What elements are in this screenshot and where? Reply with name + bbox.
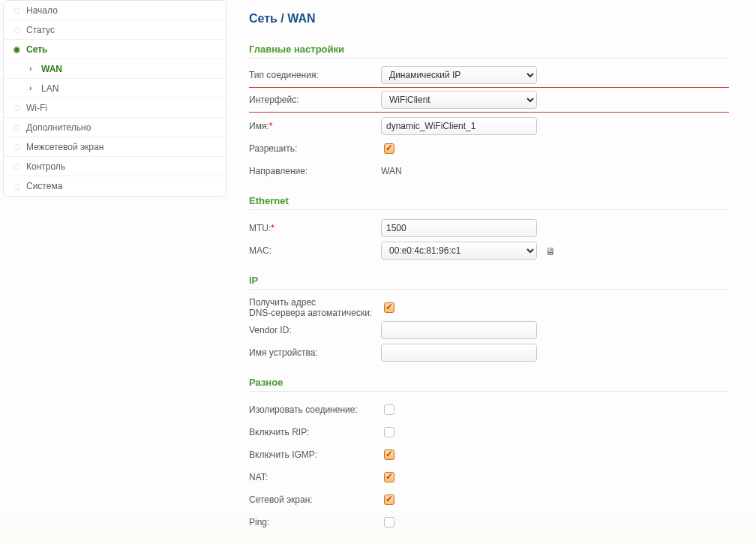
sidebar-item-label: Контроль: [26, 161, 65, 172]
label-isolate: Изолировать соединение:: [249, 404, 381, 415]
bullet-icon: ◌: [13, 182, 20, 190]
label-dns-auto: Получить адрес DNS-сервера автоматически…: [249, 297, 381, 318]
bullet-icon: ◌: [13, 104, 20, 112]
label-rip: Включить RIP:: [249, 427, 381, 437]
label-ping: Ping:: [249, 517, 381, 527]
section-title-main: Главные настройки: [249, 44, 729, 59]
sidebar-item-label: Дополнительно: [26, 122, 91, 133]
bullet-icon: ◌: [13, 26, 20, 34]
label-allow: Разрешить:: [249, 143, 381, 154]
sidebar-item-label: LAN: [41, 83, 58, 94]
row-rip: Включить RIP:: [249, 422, 729, 443]
chevron-right-icon: ›: [29, 84, 37, 92]
row-ping: Ping:: [249, 512, 729, 533]
breadcrumb-part: WAN: [287, 12, 315, 25]
sidebar-item-home[interactable]: ◌ Начало: [4, 1, 226, 20]
row-direction: Направление: WAN: [249, 161, 729, 182]
label-nat: NAT:: [249, 472, 381, 482]
row-interface: Интерфейс: WiFiClient: [249, 91, 729, 113]
sidebar-item-advanced[interactable]: ◌ Дополнительно: [4, 118, 226, 137]
row-nat: NAT:: [249, 467, 729, 488]
checkbox-ping[interactable]: [384, 517, 394, 527]
bullet-icon: ◌: [13, 7, 20, 14]
bullet-icon: ◌: [13, 143, 20, 151]
bullet-icon: ◌: [13, 124, 20, 131]
label-interface: Интерфейс:: [249, 95, 381, 105]
row-name: Имя:*: [249, 116, 729, 137]
select-interface[interactable]: WiFiClient: [381, 91, 537, 109]
row-dns-auto: Получить адрес DNS-сервера автоматически…: [249, 297, 729, 318]
label-firewall: Сетевой экран:: [249, 494, 381, 505]
checkbox-isolate[interactable]: [384, 404, 394, 415]
clone-mac-icon[interactable]: 🖥: [545, 245, 556, 257]
label-name: Имя:*: [249, 121, 381, 131]
input-vendor-id[interactable]: [381, 321, 537, 339]
value-direction: WAN: [381, 166, 729, 176]
checkbox-nat[interactable]: [384, 472, 394, 482]
sidebar-subitem-wan[interactable]: › WAN: [4, 59, 226, 79]
sidebar-item-control[interactable]: ◌ Контроль: [4, 157, 226, 176]
input-name[interactable]: [381, 117, 537, 135]
sidebar-item-label: Начало: [26, 5, 58, 16]
row-vendor-id: Vendor ID:: [249, 320, 729, 341]
section-title-misc: Разное: [249, 377, 729, 392]
label-mac: MAC:: [249, 245, 381, 256]
label-direction: Направление:: [249, 166, 381, 176]
input-host-name[interactable]: [381, 344, 537, 362]
section-title-ip: IP: [249, 275, 729, 290]
main-content: Сеть / WAN Главные настройки Тип соедине…: [226, 0, 752, 544]
sidebar-item-network[interactable]: ◉ Сеть: [4, 40, 226, 59]
sidebar-item-status[interactable]: ◌ Статус: [4, 20, 226, 40]
label-igmp: Включить IGMP:: [249, 449, 381, 460]
sidebar-item-system[interactable]: ◌ Система: [4, 176, 226, 196]
input-mtu[interactable]: [381, 219, 537, 237]
sidebar-item-label: WAN: [41, 64, 62, 74]
row-isolate: Изолировать соединение:: [249, 399, 729, 420]
row-mac: MAC: 00:e0:4c:81:96:c1 🖥: [249, 240, 729, 261]
sidebar-subitem-lan[interactable]: › LAN: [4, 79, 226, 98]
chevron-right-icon: ›: [29, 65, 37, 73]
row-igmp: Включить IGMP:: [249, 444, 729, 465]
sidebar-item-label: Wi-Fi: [26, 103, 47, 113]
checkbox-rip[interactable]: [384, 427, 394, 437]
bullet-icon: ◌: [13, 163, 20, 170]
sidebar-item-label: Система: [26, 181, 62, 191]
breadcrumb-part: Сеть: [249, 12, 278, 25]
sidebar-item-wifi[interactable]: ◌ Wi-Fi: [4, 98, 226, 118]
label-connection-type: Тип соединения:: [249, 70, 381, 80]
label-vendor-id: Vendor ID:: [249, 325, 381, 335]
checkbox-firewall[interactable]: [384, 494, 394, 505]
row-connection-type: Тип соединения: Динамический IP: [249, 66, 729, 88]
sidebar-item-label: Сеть: [26, 44, 47, 55]
row-mtu: MTU:*: [249, 218, 729, 239]
checkbox-dns-auto[interactable]: [384, 302, 394, 313]
sidebar-item-firewall[interactable]: ◌ Межсетевой экран: [4, 137, 226, 157]
sidebar-item-label: Статус: [26, 25, 55, 35]
sidebar: ◌ Начало ◌ Статус ◉ Сеть › WAN › LAN ◌ W…: [3, 0, 226, 197]
row-host-name: Имя устройства:: [249, 342, 729, 363]
checkbox-igmp[interactable]: [384, 449, 394, 460]
sidebar-item-label: Межсетевой экран: [26, 142, 104, 152]
checkbox-allow[interactable]: [384, 143, 394, 154]
select-connection-type[interactable]: Динамический IP: [381, 66, 537, 84]
row-allow: Разрешить:: [249, 138, 729, 159]
breadcrumb: Сеть / WAN: [249, 12, 729, 26]
section-title-ethernet: Ethernet: [249, 195, 729, 210]
label-mtu: MTU:*: [249, 223, 381, 233]
row-firewall: Сетевой экран:: [249, 489, 729, 510]
bullet-icon: ◉: [13, 46, 20, 53]
select-mac[interactable]: 00:e0:4c:81:96:c1: [381, 242, 537, 260]
label-host-name: Имя устройства:: [249, 347, 381, 358]
